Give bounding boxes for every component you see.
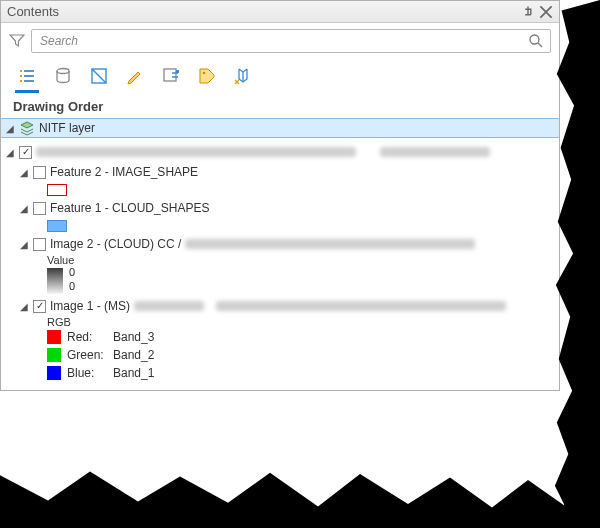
rgb-green-row[interactable]: Green: Band_2 (47, 346, 551, 364)
feature1-label[interactable]: Feature 1 - CLOUD_SHAPES (50, 201, 209, 215)
search-input[interactable] (38, 33, 528, 49)
list-drawing-order-button[interactable] (15, 63, 39, 93)
svg-rect-3 (164, 69, 176, 81)
expander-icon[interactable]: ◢ (19, 167, 29, 177)
layer-tree: ◢ ◢ Feature 2 - IMAGE_SHAPE (1, 138, 559, 390)
red-swatch (47, 330, 61, 344)
checkbox[interactable] (33, 300, 46, 313)
image1-label-prefix[interactable]: Image 1 - (MS) (50, 299, 130, 313)
search-row (1, 23, 559, 59)
svg-point-1 (57, 68, 69, 73)
gradient-swatch[interactable] (47, 268, 63, 294)
image2-node: ◢ Image 2 - (CLOUD) CC / Value 0 0 (19, 234, 551, 296)
redacted-text (185, 239, 475, 249)
checkbox[interactable] (33, 238, 46, 251)
feature2-node: ◢ Feature 2 - IMAGE_SHAPE (19, 162, 551, 198)
svg-point-0 (530, 35, 539, 44)
svg-point-5 (203, 71, 206, 74)
layer-group-icon (19, 120, 35, 136)
gradient-bottom-value: 0 (69, 280, 75, 292)
blue-swatch (47, 366, 61, 380)
blue-label: Blue: (67, 366, 107, 380)
value-header: Value (47, 254, 551, 266)
expander-icon[interactable]: ◢ (5, 147, 15, 157)
rgb-blue-row[interactable]: Blue: Band_1 (47, 364, 551, 382)
expander-icon[interactable]: ◢ (19, 301, 29, 311)
expander-icon[interactable]: ◢ (19, 239, 29, 249)
panel-titlebar: Contents (1, 1, 559, 23)
redacted-text (36, 147, 356, 157)
search-box[interactable] (31, 29, 551, 53)
checkbox[interactable] (33, 166, 46, 179)
feature2-label[interactable]: Feature 2 - IMAGE_SHAPE (50, 165, 198, 179)
list-labeling-button[interactable] (195, 63, 219, 93)
toolbar (1, 59, 559, 93)
section-drawing-order: Drawing Order (1, 93, 559, 118)
list-data-source-button[interactable] (51, 63, 75, 93)
nitf-layer-row[interactable]: ◢ NITF layer (1, 118, 559, 138)
image2-label-prefix[interactable]: Image 2 - (CLOUD) CC / (50, 237, 181, 251)
red-band: Band_3 (113, 330, 154, 344)
nitf-layer-label: NITF layer (39, 121, 95, 135)
rgb-header: RGB (47, 316, 551, 328)
green-band: Band_2 (113, 348, 154, 362)
nitf-root-node: ◢ ◢ Feature 2 - IMAGE_SHAPE (5, 142, 551, 382)
list-snapping-button[interactable] (159, 63, 183, 93)
symbol-swatch[interactable] (47, 184, 67, 196)
expander-icon[interactable]: ◢ (5, 123, 15, 133)
list-editing-button[interactable] (123, 63, 147, 93)
checkbox[interactable] (33, 202, 46, 215)
checkbox[interactable] (19, 146, 32, 159)
panel-title: Contents (7, 4, 59, 19)
expander-icon[interactable]: ◢ (19, 203, 29, 213)
filter-icon[interactable] (9, 33, 25, 49)
list-selection-button[interactable] (87, 63, 111, 93)
red-label: Red: (67, 330, 107, 344)
autohide-icon[interactable] (521, 5, 535, 19)
list-perspective-button[interactable] (231, 63, 255, 93)
redacted-text (216, 301, 506, 311)
symbol-swatch[interactable] (47, 220, 67, 232)
svg-rect-4 (176, 70, 179, 73)
feature1-node: ◢ Feature 1 - CLOUD_SHAPES (19, 198, 551, 234)
close-icon[interactable] (539, 5, 553, 19)
redacted-text (134, 301, 204, 311)
contents-panel: Contents (0, 0, 560, 391)
blue-band: Band_1 (113, 366, 154, 380)
image1-node: ◢ Image 1 - (MS) RGB Red: Band_3 (19, 296, 551, 382)
rgb-red-row[interactable]: Red: Band_3 (47, 328, 551, 346)
torn-edge-decoration (0, 468, 600, 528)
green-swatch (47, 348, 61, 362)
green-label: Green: (67, 348, 107, 362)
redacted-text (380, 147, 490, 157)
search-icon[interactable] (528, 33, 544, 49)
gradient-top-value: 0 (69, 266, 75, 278)
